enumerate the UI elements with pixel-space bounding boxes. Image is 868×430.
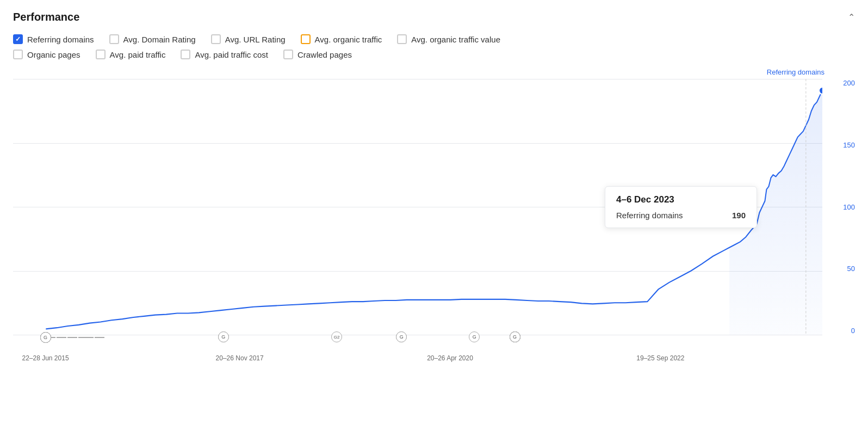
y-label-200: 200	[843, 79, 855, 87]
tooltip-label-referring-domains: Referring domains	[616, 211, 683, 220]
event-marker[interactable]: G	[510, 331, 520, 342]
event-marker[interactable]: G	[218, 331, 229, 342]
filter-avg-paid-traffic-cost[interactable]: Avg. paid traffic cost	[181, 50, 268, 59]
x-label-apr2020: 20–26 Apr 2020	[427, 354, 473, 362]
filter-avg-organic-traffic-value[interactable]: Avg. organic traffic value	[397, 34, 500, 44]
chart-series-label: Referring domains	[767, 68, 824, 76]
filter-avg-organic-traffic[interactable]: Avg. organic traffic	[301, 34, 382, 44]
checkbox-avg-organic-traffic[interactable]	[301, 34, 311, 44]
y-label-50: 50	[847, 265, 855, 273]
checkbox-avg-paid-traffic[interactable]	[96, 50, 106, 59]
panel-header: Performance ⌃	[13, 11, 855, 23]
x-label-sep2022: 19–25 Sep 2022	[636, 354, 684, 362]
tooltip-date: 4–6 Dec 2023	[616, 194, 746, 205]
filter-label-avg-paid-traffic: Avg. paid traffic	[110, 50, 166, 59]
connector-line	[57, 337, 66, 338]
checkbox-avg-domain-rating[interactable]	[109, 34, 119, 44]
checkbox-crawled-pages[interactable]	[283, 50, 293, 59]
checkbox-avg-organic-traffic-value[interactable]	[397, 34, 407, 44]
connector-line	[67, 337, 77, 338]
connector-line	[95, 337, 104, 338]
tooltip-value-referring-domains: 190	[732, 211, 746, 220]
filter-crawled-pages[interactable]: Crawled pages	[283, 50, 352, 59]
chart-tooltip: 4–6 Dec 2023 Referring domains 190	[605, 186, 757, 228]
panel-title: Performance	[13, 11, 79, 23]
event-marker[interactable]: G2	[331, 331, 342, 342]
x-label-nov2017: 20–26 Nov 2017	[216, 354, 264, 362]
y-label-0: 0	[851, 327, 855, 335]
x-axis-labels: 22–28 Jun 2015 20–26 Nov 2017 20–26 Apr …	[13, 351, 822, 362]
performance-panel: Performance ⌃ Referring domains Avg. Dom…	[0, 0, 868, 362]
tooltip-row-0: Referring domains 190	[616, 211, 746, 220]
filter-label-avg-organic-traffic: Avg. organic traffic	[315, 35, 382, 44]
filter-label-organic-pages: Organic pages	[27, 50, 80, 59]
filter-referring-domains[interactable]: Referring domains	[13, 34, 94, 44]
data-point-dot	[819, 87, 822, 94]
filter-avg-url-rating[interactable]: Avg. URL Rating	[211, 34, 286, 44]
filter-label-avg-paid-traffic-cost: Avg. paid traffic cost	[195, 50, 268, 59]
filter-label-referring-domains: Referring domains	[27, 35, 94, 44]
filters-row-2: Organic pages Avg. paid traffic Avg. pai…	[13, 50, 855, 59]
filter-organic-pages[interactable]: Organic pages	[13, 50, 80, 59]
collapse-icon[interactable]: ⌃	[848, 12, 855, 22]
event-marker[interactable]: G	[40, 332, 51, 343]
event-group-1: G G G G G G G G G	[46, 337, 104, 338]
event-marker[interactable]: G	[396, 331, 407, 342]
y-label-100: 100	[843, 203, 855, 211]
checkbox-organic-pages[interactable]	[13, 50, 23, 59]
x-label-jun2015: 22–28 Jun 2015	[22, 354, 69, 362]
filter-label-avg-organic-traffic-value: Avg. organic traffic value	[411, 35, 500, 44]
filters-row-1: Referring domains Avg. Domain Rating Avg…	[13, 34, 855, 44]
event-markers-row: G G G G G G G G G G G	[13, 337, 822, 350]
filter-avg-domain-rating[interactable]: Avg. Domain Rating	[109, 34, 196, 44]
checkbox-avg-url-rating[interactable]	[211, 34, 221, 44]
y-label-150: 150	[843, 141, 855, 149]
y-axis: 200 150 100 50 0	[828, 79, 855, 335]
filter-label-avg-url-rating: Avg. URL Rating	[225, 35, 286, 44]
filter-label-crawled-pages: Crawled pages	[297, 50, 352, 59]
event-marker[interactable]: G	[469, 331, 480, 342]
grid-line-0	[13, 335, 822, 335]
connector-line	[78, 337, 94, 338]
checkbox-avg-paid-traffic-cost[interactable]	[181, 50, 190, 59]
filter-label-avg-domain-rating: Avg. Domain Rating	[123, 35, 196, 44]
filter-avg-paid-traffic[interactable]: Avg. paid traffic	[96, 50, 166, 59]
checkbox-referring-domains[interactable]	[13, 34, 23, 44]
chart-inner: G G G G G G G G G G G	[13, 79, 822, 335]
chart-area: Referring domains 200 150 100 50 0	[13, 68, 855, 362]
